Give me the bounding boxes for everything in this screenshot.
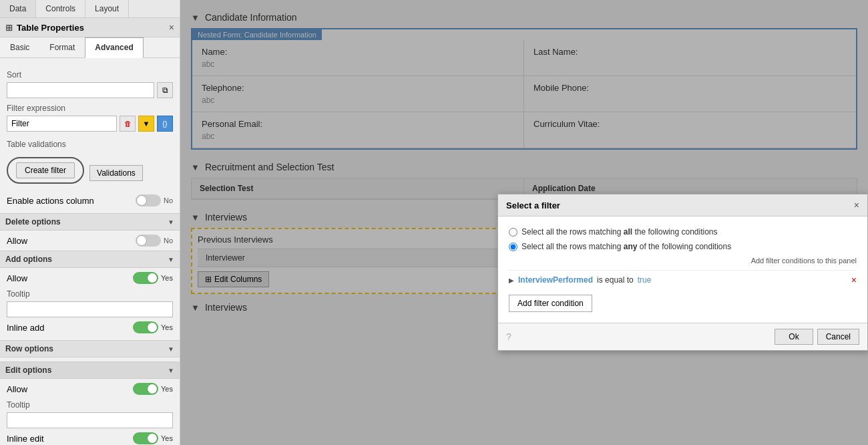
add-allow-label: Allow (7, 273, 27, 283)
edit-toggle-track[interactable] (133, 383, 158, 395)
add-options-arrow: ▼ (168, 256, 174, 263)
edit-options-arrow: ▼ (168, 367, 174, 374)
inline-edit-track[interactable] (133, 432, 158, 444)
left-panel: Data Controls Layout ⊞ Table Properties … (0, 0, 180, 445)
create-filter-highlight: Create filter (7, 157, 84, 184)
delete-allow-label: Allow (7, 236, 27, 246)
filter-edit-button[interactable]: {} (157, 116, 173, 132)
radio-all-label: Select all the rows matching all the fol… (521, 227, 718, 237)
add-toggle-track[interactable] (133, 272, 158, 284)
tab-data[interactable]: Data (0, 0, 36, 17)
sort-copy-button[interactable]: ⧉ (157, 82, 173, 98)
condition-field[interactable]: InterviewPerformed (518, 275, 593, 285)
table-validations-label: Table validations (7, 140, 66, 149)
inline-edit-label-toggle: Yes (161, 434, 173, 442)
inline-edit-toggle[interactable]: Yes (133, 432, 173, 444)
panel-content: Sort ⧉ Filter expression 🗑 ▼ {} Table va… (0, 58, 180, 445)
edit-allow-label: Allow (7, 384, 27, 394)
modal-body: Select all the rows matching all the fol… (498, 216, 867, 323)
ok-button[interactable]: Ok (775, 329, 813, 345)
modal-footer-buttons: Ok Cancel (775, 329, 859, 345)
delete-toggle-knob (136, 235, 147, 246)
filter-delete-button[interactable]: 🗑 (120, 116, 136, 132)
condition-expand-arrow[interactable]: ▶ (509, 277, 514, 284)
condition-delete-button[interactable]: × (851, 275, 857, 285)
cancel-button[interactable]: Cancel (817, 329, 859, 345)
radio-any[interactable] (509, 243, 517, 251)
filter-modal: Select a filter × Select all the rows ma… (497, 194, 868, 351)
validations-row: Table validations (7, 134, 173, 152)
filter-row: 🗑 ▼ {} (7, 116, 173, 132)
row-options-arrow: ▼ (168, 345, 174, 353)
row-options-header[interactable]: Row options ▼ (0, 340, 180, 357)
add-tooltip-input[interactable] (7, 301, 173, 317)
panel-title-text: Table Properties (17, 23, 84, 33)
inline-add-knob (147, 322, 158, 333)
radio-any-label: Select all the rows matching any of the … (521, 242, 731, 251)
main-area: ▼ Candidate Information Nested Form: Can… (180, 0, 868, 445)
enable-actions-label: Enable actions column (7, 196, 94, 206)
edit-toggle-label: Yes (161, 385, 173, 393)
add-allow-row: Allow Yes (7, 272, 173, 284)
edit-tooltip-label: Tooltip (7, 400, 173, 410)
delete-toggle-label: No (164, 237, 173, 245)
add-filter-link: Add filter conditions to this panel (509, 257, 857, 265)
delete-allow-row: Allow No (7, 235, 173, 247)
delete-allow-toggle[interactable]: No (136, 235, 173, 247)
validations-button[interactable]: Validations (89, 165, 143, 181)
tab-format[interactable]: Format (39, 37, 85, 57)
edit-tooltip-input[interactable] (7, 412, 173, 428)
inline-add-track[interactable] (133, 321, 158, 333)
edit-toggle-knob (147, 384, 158, 394)
modal-overlay: Select a filter × Select all the rows ma… (180, 0, 868, 445)
filter-funnel-button[interactable]: ▼ (138, 116, 154, 132)
delete-options-header[interactable]: Delete options ▼ (0, 213, 180, 231)
add-tooltip-label: Tooltip (7, 289, 173, 299)
panel-close-button[interactable]: × (169, 22, 174, 33)
tab-basic[interactable]: Basic (0, 37, 39, 57)
tab-advanced[interactable]: Advanced (85, 37, 143, 58)
inline-add-toggle[interactable]: Yes (133, 321, 173, 333)
tab-layout[interactable]: Layout (85, 0, 129, 17)
edit-options-header[interactable]: Edit options ▼ (0, 361, 180, 379)
radio-all[interactable] (509, 228, 517, 237)
toggle-track[interactable] (136, 194, 161, 206)
condition-val[interactable]: true (638, 275, 652, 285)
delete-toggle-track[interactable] (136, 235, 161, 247)
enable-actions-toggle[interactable]: No (136, 194, 173, 206)
sort-row: ⧉ (7, 82, 173, 98)
delete-options-label: Delete options (5, 217, 61, 227)
help-icon[interactable]: ? (506, 331, 511, 342)
toggle-knob (136, 195, 147, 206)
filter-label: Filter expression (7, 104, 173, 113)
sort-label: Sort (7, 70, 173, 80)
add-tooltip-row: Tooltip (7, 289, 173, 317)
modal-title: Select a filter (506, 200, 560, 210)
create-filter-button[interactable]: Create filter (16, 162, 75, 178)
sort-input[interactable] (7, 82, 154, 98)
add-allow-toggle[interactable]: Yes (133, 272, 173, 284)
modal-footer: ? Ok Cancel (498, 323, 867, 350)
inline-edit-label: Inline edit (7, 434, 44, 444)
modal-close-button[interactable]: × (854, 200, 859, 210)
table-icon: ⊞ (5, 23, 13, 33)
toggle-label: No (164, 196, 173, 204)
filter-condition-0: ▶ InterviewPerformed is equal to true × (509, 270, 857, 289)
row-options-label: Row options (5, 344, 53, 353)
add-options-header[interactable]: Add options ▼ (0, 251, 180, 268)
inline-add-row: Inline add Yes (7, 321, 173, 333)
edit-allow-toggle[interactable]: Yes (133, 383, 173, 395)
add-filter-condition-button[interactable]: Add filter condition (509, 295, 592, 312)
inline-add-label: Inline add (7, 323, 44, 333)
tab-controls[interactable]: Controls (36, 0, 85, 17)
panel-title: ⊞ Table Properties (5, 23, 84, 33)
enable-actions-row: Enable actions column No (7, 194, 173, 206)
edit-options-label: Edit options (5, 365, 51, 375)
panel-tabs: Basic Format Advanced (0, 37, 180, 58)
delete-options-arrow: ▼ (168, 218, 174, 226)
inline-edit-knob (147, 433, 158, 444)
add-toggle-label: Yes (161, 274, 173, 282)
filter-input[interactable] (7, 116, 117, 132)
inline-edit-row: Inline edit Yes (7, 432, 173, 444)
add-toggle-knob (147, 273, 158, 283)
